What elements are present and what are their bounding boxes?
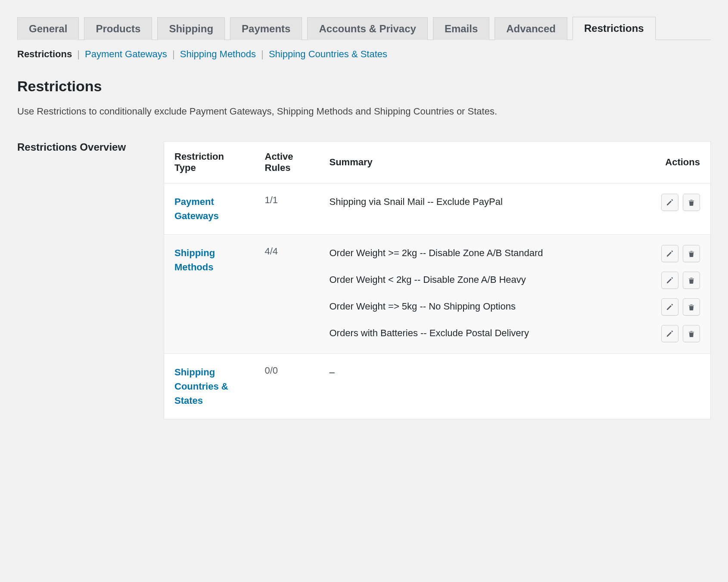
summary-item: – <box>330 365 700 380</box>
subnav-link-shipping-countries-states[interactable]: Shipping Countries & States <box>269 49 387 59</box>
delete-button[interactable] <box>683 245 700 262</box>
delete-button[interactable] <box>683 272 700 289</box>
summary-text: Orders with Batteries -- Exclude Postal … <box>330 326 644 341</box>
subnav-separator: | <box>75 49 85 59</box>
active-rules-value: 0/0 <box>255 354 319 419</box>
tab-restrictions[interactable]: Restrictions <box>572 17 656 40</box>
table-row: Payment Gateways1/1Shipping via Snail Ma… <box>164 183 711 235</box>
pencil-icon <box>666 198 674 206</box>
summary-item: Order Weight >= 2kg -- Disable Zone A/B … <box>330 246 700 272</box>
summary-cell: – <box>319 354 711 419</box>
subnav-link-shipping-methods[interactable]: Shipping Methods <box>180 49 256 59</box>
delete-button[interactable] <box>683 325 700 342</box>
subnav-separator: | <box>256 49 269 59</box>
delete-button[interactable] <box>683 298 700 316</box>
page-description: Use Restrictions to conditionally exclud… <box>17 95 711 117</box>
restriction-type-link[interactable]: Payment Gateways <box>174 195 243 223</box>
summary-text: Shipping via Snail Mail -- Exclude PayPa… <box>330 195 644 209</box>
delete-button[interactable] <box>683 194 700 211</box>
trash-icon <box>688 330 695 337</box>
trash-icon <box>688 303 695 311</box>
pencil-icon <box>666 250 674 257</box>
col-header-summary: Summary <box>319 142 529 183</box>
restriction-type-link[interactable]: Shipping Methods <box>174 246 243 274</box>
summary-item: Order Weight => 5kg -- No Shipping Optio… <box>330 299 700 326</box>
col-header-type: Restriction Type <box>164 142 255 183</box>
summary-cell: Shipping via Snail Mail -- Exclude PayPa… <box>319 183 711 235</box>
page-title: Restrictions <box>17 60 711 95</box>
tab-accounts-privacy[interactable]: Accounts & Privacy <box>307 17 427 40</box>
summary-item: Order Weight < 2kg -- Disable Zone A/B H… <box>330 272 700 299</box>
summary-text: Order Weight => 5kg -- No Shipping Optio… <box>330 299 644 314</box>
table-row: Shipping Countries & States0/0– <box>164 354 711 419</box>
tab-shipping[interactable]: Shipping <box>157 17 225 40</box>
edit-button[interactable] <box>661 194 678 211</box>
tab-general[interactable]: General <box>17 17 79 40</box>
trash-icon <box>688 276 695 284</box>
action-buttons <box>661 272 700 289</box>
action-buttons <box>661 245 700 262</box>
pencil-icon <box>666 330 674 337</box>
pencil-icon <box>666 276 674 284</box>
section-title: Restrictions Overview <box>17 141 164 153</box>
pencil-icon <box>666 303 674 311</box>
tabs-row: GeneralProductsShippingPaymentsAccounts … <box>17 0 711 40</box>
tab-products[interactable]: Products <box>84 17 152 40</box>
subnav: Restrictions | Payment Gateways | Shippi… <box>17 40 711 60</box>
action-buttons <box>661 194 700 211</box>
tab-payments[interactable]: Payments <box>230 17 302 40</box>
summary-text: Order Weight >= 2kg -- Disable Zone A/B … <box>330 246 644 260</box>
summary-text: Order Weight < 2kg -- Disable Zone A/B H… <box>330 272 644 287</box>
col-header-rules: Active Rules <box>255 142 319 183</box>
summary-item: Shipping via Snail Mail -- Exclude PayPa… <box>330 195 700 211</box>
tab-advanced[interactable]: Advanced <box>495 17 567 40</box>
restrictions-table: Restriction Type Active Rules Summary Ac… <box>164 141 711 419</box>
action-buttons <box>661 298 700 316</box>
active-rules-value: 4/4 <box>255 235 319 354</box>
summary-text: – <box>330 365 700 380</box>
edit-button[interactable] <box>661 272 678 289</box>
summary-cell: Order Weight >= 2kg -- Disable Zone A/B … <box>319 235 711 354</box>
tab-emails[interactable]: Emails <box>433 17 489 40</box>
restriction-type-link[interactable]: Shipping Countries & States <box>174 365 243 408</box>
trash-icon <box>688 198 695 206</box>
summary-item: Orders with Batteries -- Exclude Postal … <box>330 326 700 342</box>
subnav-active: Restrictions <box>17 49 72 59</box>
action-buttons <box>661 325 700 342</box>
subnav-link-payment-gateways[interactable]: Payment Gateways <box>85 49 167 59</box>
table-row: Shipping Methods4/4Order Weight >= 2kg -… <box>164 235 711 354</box>
col-header-actions: Actions <box>528 142 710 183</box>
edit-button[interactable] <box>661 298 678 316</box>
edit-button[interactable] <box>661 325 678 342</box>
subnav-separator: | <box>167 49 180 59</box>
edit-button[interactable] <box>661 245 678 262</box>
active-rules-value: 1/1 <box>255 183 319 235</box>
trash-icon <box>688 250 695 257</box>
